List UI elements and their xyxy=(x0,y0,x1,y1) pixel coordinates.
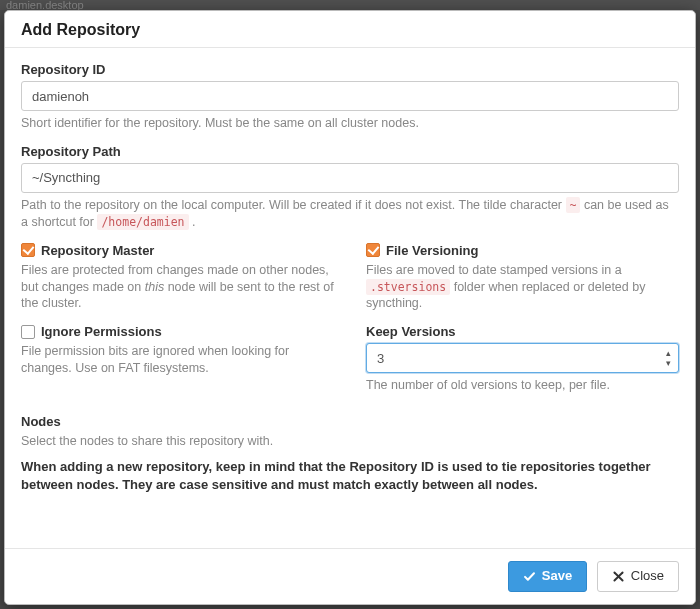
repository-master-label: Repository Master xyxy=(41,243,154,258)
keep-versions-help: The number of old versions to keep, per … xyxy=(366,377,679,394)
backdrop-text: damien.desktop xyxy=(6,0,84,10)
left-column: Repository Master Files are protected fr… xyxy=(21,243,350,407)
repository-path-input[interactable] xyxy=(21,163,679,193)
file-versioning-help: Files are moved to date stamped versions… xyxy=(366,262,679,313)
repository-id-label: Repository ID xyxy=(21,62,679,77)
modal-footer: Save Close xyxy=(5,548,695,604)
nodes-heading: Nodes xyxy=(21,414,679,429)
repository-path-help: Path to the repository on the local comp… xyxy=(21,197,679,231)
repository-master-help: Files are protected from changes made on… xyxy=(21,262,334,313)
right-column: File Versioning Files are moved to date … xyxy=(350,243,679,407)
save-button[interactable]: Save xyxy=(508,561,587,592)
bold-note: When adding a new repository, keep in mi… xyxy=(21,458,679,493)
ignore-permissions-label: Ignore Permissions xyxy=(41,324,162,339)
file-versioning-label: File Versioning xyxy=(386,243,478,258)
repository-path-group: Repository Path Path to the repository o… xyxy=(21,144,679,231)
add-repository-modal: Add Repository Repository ID Short ident… xyxy=(4,10,696,605)
repository-path-label: Repository Path xyxy=(21,144,679,159)
repository-id-group: Repository ID Short identifier for the r… xyxy=(21,62,679,132)
versioning-help-pre: Files are moved to date stamped versions… xyxy=(366,263,622,277)
close-button[interactable]: Close xyxy=(597,561,679,592)
ignore-permissions-checkbox[interactable] xyxy=(21,325,35,339)
repo-path-help-pre: Path to the repository on the local comp… xyxy=(21,198,566,212)
home-path-code: /home/damien xyxy=(97,214,188,230)
repository-master-checkbox[interactable] xyxy=(21,243,35,257)
options-row: Repository Master Files are protected fr… xyxy=(21,243,679,407)
repository-id-input[interactable] xyxy=(21,81,679,111)
keep-versions-spinner: ▴ ▾ xyxy=(366,343,679,373)
window-backdrop: damien.desktop xyxy=(0,0,700,10)
ignore-permissions-help: File permission bits are ignored when lo… xyxy=(21,343,334,377)
nodes-help: Select the nodes to share this repositor… xyxy=(21,433,679,450)
modal-header: Add Repository xyxy=(5,11,695,48)
master-help-em: this xyxy=(145,280,164,294)
spinner-down-icon[interactable]: ▾ xyxy=(661,358,675,368)
spinner-up-icon[interactable]: ▴ xyxy=(661,348,675,358)
repository-id-help: Short identifier for the repository. Mus… xyxy=(21,115,679,132)
tilde-code: ~ xyxy=(566,197,581,213)
modal-title: Add Repository xyxy=(21,21,679,39)
save-button-label: Save xyxy=(542,568,572,585)
ignore-permissions-row: Ignore Permissions xyxy=(21,324,334,339)
keep-versions-input[interactable] xyxy=(366,343,679,373)
repo-path-help-post: . xyxy=(192,215,195,229)
modal-body: Repository ID Short identifier for the r… xyxy=(5,48,695,548)
stversions-code: .stversions xyxy=(366,279,450,295)
file-versioning-checkbox[interactable] xyxy=(366,243,380,257)
repository-master-row: Repository Master xyxy=(21,243,334,258)
keep-versions-label: Keep Versions xyxy=(366,324,679,339)
close-button-label: Close xyxy=(631,568,664,585)
close-icon xyxy=(612,570,625,583)
check-icon xyxy=(523,570,536,583)
file-versioning-row: File Versioning xyxy=(366,243,679,258)
